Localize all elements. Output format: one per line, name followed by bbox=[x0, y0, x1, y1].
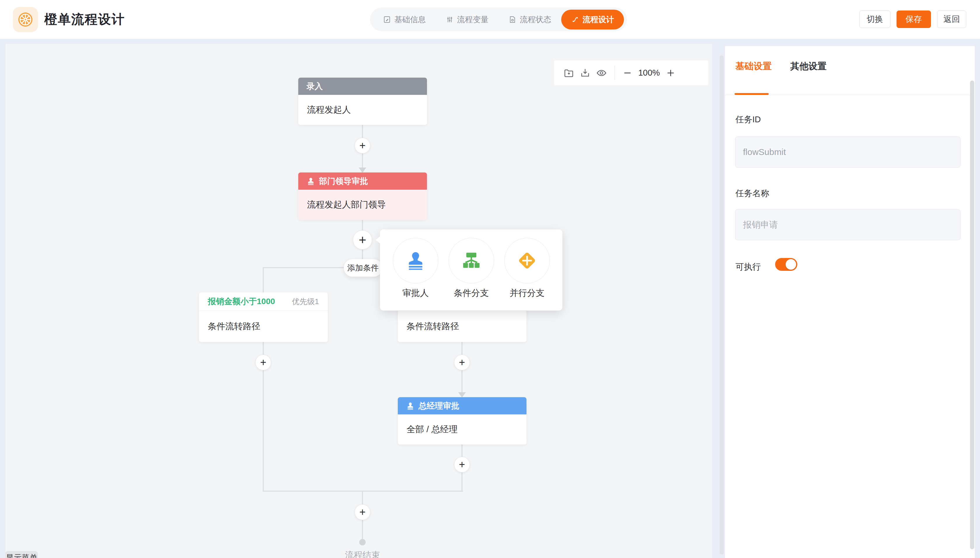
settings-tab-bar: 基础设置 其他设置 bbox=[736, 60, 826, 72]
panel-scrollbar[interactable] bbox=[970, 80, 974, 549]
tab-flow-design[interactable]: 流程设计 bbox=[561, 10, 624, 30]
diamond-plus-icon bbox=[516, 249, 538, 272]
flow-canvas[interactable]: 流程结束 录入 流程发起人 + 部门领导审批 流 bbox=[5, 44, 712, 558]
arrow-down-icon bbox=[458, 392, 466, 397]
add-node-button[interactable]: + bbox=[454, 354, 470, 370]
flow-end-dot bbox=[359, 539, 365, 545]
show-menu-label: 显示菜单 bbox=[5, 551, 38, 558]
toggle-knob bbox=[786, 259, 796, 270]
node-title: 部门领导审批 bbox=[319, 176, 368, 187]
condition-body-text: 条件流转路径 bbox=[208, 320, 260, 332]
condition-body: 条件流转路径 bbox=[398, 311, 526, 342]
tab-basic-settings[interactable]: 基础设置 bbox=[736, 60, 772, 72]
node-start-header: 录入 bbox=[298, 78, 427, 95]
task-id-label: 任务ID bbox=[736, 114, 761, 125]
add-node-button[interactable]: + bbox=[454, 457, 470, 473]
new-folder-button[interactable] bbox=[560, 65, 577, 81]
panel-resizer-handle[interactable] bbox=[720, 56, 724, 555]
add-node-popup: 审批人 条件分支 bbox=[380, 230, 562, 310]
orange-fruit-icon bbox=[17, 11, 34, 28]
plus-icon: + bbox=[459, 356, 465, 369]
plus-icon: + bbox=[260, 356, 266, 369]
executable-toggle[interactable] bbox=[775, 258, 797, 271]
node-dept-body: 流程发起人部门领导 bbox=[298, 190, 427, 220]
popup-circle bbox=[504, 238, 550, 283]
node-title: 录入 bbox=[306, 81, 323, 92]
top-header: 橙单流程设计 基础信息 流程变量 bbox=[0, 0, 980, 39]
flow-end-label: 流程结束 bbox=[328, 549, 398, 558]
tab-label: 流程状态 bbox=[520, 14, 551, 25]
node-dept-approval[interactable]: 部门领导审批 流程发起人部门领导 bbox=[298, 172, 427, 220]
connector bbox=[461, 370, 462, 392]
connector bbox=[362, 520, 363, 539]
arrow-down-icon bbox=[359, 167, 366, 173]
condition-body-text: 条件流转路径 bbox=[406, 320, 459, 332]
tab-basic-info[interactable]: 基础信息 bbox=[373, 10, 436, 30]
node-manager-header: 总经理审批 bbox=[398, 397, 526, 414]
add-node-button-active[interactable]: + bbox=[353, 230, 372, 249]
condition-title: 报销金额小于1000 bbox=[208, 296, 275, 307]
condition-body: 条件流转路径 bbox=[199, 311, 328, 342]
export-button[interactable] bbox=[577, 65, 593, 81]
executable-label: 可执行 bbox=[736, 261, 761, 273]
connector bbox=[362, 220, 363, 231]
connector bbox=[362, 125, 363, 138]
settings-panel: 基础设置 其他设置 任务ID 任务名称 可执行 bbox=[725, 46, 975, 558]
show-menu-button[interactable]: 显示菜单 bbox=[5, 551, 38, 558]
popup-item-label: 条件分支 bbox=[454, 287, 489, 299]
tab-flow-variables[interactable]: 流程变量 bbox=[436, 10, 498, 30]
task-name-field[interactable] bbox=[735, 209, 960, 240]
zoom-level: 100% bbox=[636, 68, 662, 78]
doc-edit-icon bbox=[383, 15, 391, 24]
tab-divider bbox=[725, 95, 975, 95]
task-id-field[interactable] bbox=[735, 136, 960, 167]
plus-icon: + bbox=[359, 233, 366, 247]
add-node-button[interactable]: + bbox=[355, 138, 370, 154]
connector bbox=[461, 445, 462, 457]
flow-icon bbox=[571, 15, 579, 24]
add-node-button[interactable]: + bbox=[256, 354, 271, 370]
popup-item-parallel-branch[interactable]: 并行分支 bbox=[503, 238, 551, 299]
connector bbox=[461, 473, 462, 492]
sliders-icon bbox=[446, 15, 454, 24]
plus-icon: + bbox=[359, 140, 365, 152]
node-body-text: 流程发起人 bbox=[307, 104, 351, 116]
back-button[interactable]: 返回 bbox=[937, 10, 966, 28]
connector bbox=[263, 267, 264, 293]
node-body-text: 流程发起人部门领导 bbox=[307, 199, 386, 211]
canvas-toolbar: 100% bbox=[554, 61, 708, 85]
tab-flow-status[interactable]: 流程状态 bbox=[498, 10, 561, 30]
popup-item-approver[interactable]: 审批人 bbox=[392, 238, 440, 299]
node-manager-approval[interactable]: 总经理审批 全部 / 总经理 bbox=[398, 397, 526, 445]
header-tab-bar: 基础信息 流程变量 流程状态 bbox=[370, 8, 627, 31]
plus-icon: + bbox=[359, 506, 365, 518]
node-start[interactable]: 录入 流程发起人 bbox=[298, 78, 427, 125]
download-icon bbox=[580, 67, 591, 79]
zoom-out-button[interactable] bbox=[619, 65, 636, 81]
plus-icon bbox=[666, 68, 675, 78]
page: 橙单流程设计 基础信息 流程变量 bbox=[0, 0, 980, 558]
zoom-in-button[interactable] bbox=[662, 65, 679, 81]
stamp-icon bbox=[405, 250, 426, 271]
eye-icon bbox=[596, 67, 607, 79]
preview-button[interactable] bbox=[593, 65, 610, 81]
tab-label: 基础信息 bbox=[394, 14, 426, 25]
tab-label: 流程设计 bbox=[582, 14, 614, 25]
stamp-icon bbox=[306, 177, 315, 185]
node-condition-left[interactable]: 报销金额小于1000 优先级1 条件流转路径 bbox=[199, 292, 328, 342]
tooltip-label: 添加条件 bbox=[347, 263, 379, 273]
popup-item-condition-branch[interactable]: 条件分支 bbox=[447, 238, 495, 299]
tab-other-settings[interactable]: 其他设置 bbox=[790, 60, 826, 72]
task-name-label: 任务名称 bbox=[736, 188, 769, 199]
connector bbox=[362, 491, 363, 505]
save-button[interactable]: 保存 bbox=[896, 10, 931, 28]
node-body-text: 全部 / 总经理 bbox=[406, 423, 457, 435]
switch-button[interactable]: 切换 bbox=[859, 10, 890, 28]
add-condition-tooltip[interactable]: 添加条件 bbox=[344, 259, 382, 277]
condition-priority: 优先级1 bbox=[292, 297, 319, 307]
plus-icon: + bbox=[459, 458, 465, 471]
add-node-button[interactable]: + bbox=[355, 504, 370, 520]
connector bbox=[263, 370, 264, 492]
header-actions: 切换 保存 返回 bbox=[859, 10, 966, 28]
node-title: 总经理审批 bbox=[418, 400, 459, 412]
